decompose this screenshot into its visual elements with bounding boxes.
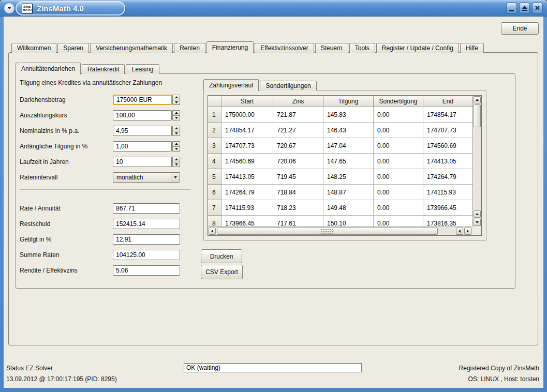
spin-up-button[interactable] bbox=[172, 141, 180, 147]
cell-start[interactable]: 174413.05 bbox=[221, 169, 273, 185]
csv-export-button[interactable]: CSV Export bbox=[201, 265, 243, 279]
combo-arrow-button[interactable] bbox=[171, 173, 180, 182]
spin-down-button[interactable] bbox=[172, 100, 180, 105]
cell-tilgung[interactable]: 147.04 bbox=[323, 138, 374, 154]
close-button[interactable]: ✕ bbox=[532, 3, 543, 13]
darlehensbetrag-input[interactable]: 175000 EUR bbox=[113, 95, 172, 105]
cell-zins[interactable]: 718.23 bbox=[273, 200, 323, 216]
cell-zins[interactable]: 717.61 bbox=[273, 216, 323, 227]
cell-tilgung[interactable]: 149.48 bbox=[323, 200, 374, 216]
rate-annuitaet-field[interactable]: 867.71 bbox=[113, 203, 180, 214]
tab-ratenkredit[interactable]: Ratenkredit bbox=[82, 64, 125, 74]
summe-raten-field[interactable]: 104125.00 bbox=[113, 250, 180, 260]
tab-sondertilgungen[interactable]: Sondertilgungen bbox=[260, 81, 316, 91]
cell-tilgung[interactable]: 145.83 bbox=[323, 107, 374, 123]
laufzeit-input[interactable]: 10 bbox=[113, 157, 172, 167]
row-number[interactable]: 7 bbox=[208, 200, 221, 216]
spin-up-button[interactable] bbox=[172, 95, 180, 100]
cell-zins[interactable]: 720.67 bbox=[273, 138, 323, 154]
cell-tilgung[interactable]: 148.25 bbox=[323, 169, 374, 185]
cell-start[interactable]: 174560.69 bbox=[221, 154, 273, 169]
scroll-up-button[interactable] bbox=[474, 96, 481, 103]
cell-end[interactable]: 174854.17 bbox=[423, 107, 472, 123]
row-number[interactable]: 6 bbox=[208, 185, 221, 200]
cell-tilgung[interactable]: 146.43 bbox=[323, 123, 374, 138]
tab-tools[interactable]: Tools bbox=[349, 43, 375, 53]
tab-renten[interactable]: Renten bbox=[174, 43, 205, 53]
cell-zins[interactable]: 721.27 bbox=[273, 123, 323, 138]
spin-up-button[interactable] bbox=[172, 157, 180, 162]
scroll-left-button-2[interactable] bbox=[456, 228, 463, 235]
ratenintervall-select[interactable]: monatlich bbox=[113, 172, 180, 183]
spin-up-button[interactable] bbox=[172, 126, 180, 131]
anfaengliche-tilgung-input[interactable]: 1,00 bbox=[113, 141, 172, 152]
cell-end[interactable]: 173966.45 bbox=[423, 200, 472, 216]
cell-start[interactable]: 173966.45 bbox=[221, 216, 273, 227]
tab-finanzierung[interactable]: Finanzierung bbox=[206, 41, 254, 53]
header-sondertilgung[interactable]: Sondertilgung bbox=[374, 96, 423, 107]
scroll-right-button[interactable] bbox=[464, 228, 471, 235]
tab-sparen[interactable]: Sparen bbox=[57, 43, 89, 53]
row-number[interactable]: 8 bbox=[208, 216, 221, 227]
cell-end[interactable]: 174264.79 bbox=[423, 169, 472, 185]
tab-versicherungsmathematik[interactable]: Versicherungsmathematik bbox=[90, 43, 173, 53]
minimize-button[interactable] bbox=[506, 3, 517, 13]
cell-sondertilgung[interactable]: 0.00 bbox=[374, 154, 423, 169]
cell-zins[interactable]: 718.84 bbox=[273, 185, 323, 200]
cell-start[interactable]: 174707.73 bbox=[221, 138, 273, 154]
cell-tilgung[interactable]: 147.65 bbox=[323, 154, 374, 169]
cell-end[interactable]: 174413.05 bbox=[423, 154, 472, 169]
cell-sondertilgung[interactable]: 0.00 bbox=[374, 216, 423, 227]
cell-end[interactable]: 174560.69 bbox=[423, 138, 472, 154]
tab-effektivzinssolver[interactable]: Effektivzinssolver bbox=[255, 43, 314, 53]
vertical-scroll-thumb[interactable] bbox=[474, 104, 481, 127]
cell-start[interactable]: 175000.00 bbox=[221, 107, 273, 123]
tab-register-update-config[interactable]: Register / Update / Config bbox=[376, 43, 459, 53]
row-number[interactable]: 3 bbox=[208, 138, 221, 154]
cell-sondertilgung[interactable]: 0.00 bbox=[374, 138, 423, 154]
scroll-left-button[interactable] bbox=[209, 228, 216, 235]
header-zins[interactable]: Zins bbox=[273, 96, 323, 107]
cell-end[interactable]: 173816.35 bbox=[423, 216, 472, 227]
drucken-button[interactable]: Drucken bbox=[201, 249, 242, 263]
cell-start[interactable]: 174115.93 bbox=[221, 200, 273, 216]
tab-leasing[interactable]: Leasing bbox=[126, 64, 159, 74]
getilgt-field[interactable]: 12.91 bbox=[113, 234, 180, 245]
cell-tilgung[interactable]: 150.10 bbox=[323, 216, 374, 227]
row-number[interactable]: 4 bbox=[208, 154, 221, 169]
cell-end[interactable]: 174115.93 bbox=[423, 185, 472, 200]
ende-button[interactable]: Ende bbox=[501, 22, 539, 35]
vertical-scrollbar[interactable] bbox=[472, 96, 481, 227]
row-number[interactable]: 5 bbox=[208, 169, 221, 185]
cell-start[interactable]: 174854.17 bbox=[221, 123, 273, 138]
auszahlungskurs-input[interactable]: 100,00 bbox=[113, 110, 172, 120]
nominalzins-input[interactable]: 4,95 bbox=[113, 126, 172, 136]
scroll-down-button[interactable] bbox=[474, 219, 481, 226]
spin-down-button[interactable] bbox=[172, 116, 180, 121]
spin-down-button[interactable] bbox=[172, 131, 180, 137]
cell-zins[interactable]: 720.06 bbox=[273, 154, 323, 169]
cell-end[interactable]: 174707.73 bbox=[423, 123, 472, 138]
row-number[interactable]: 1 bbox=[208, 107, 221, 123]
window-menu-button[interactable] bbox=[4, 3, 15, 14]
tab-hilfe[interactable]: Hilfe bbox=[460, 43, 484, 53]
spin-up-button[interactable] bbox=[172, 110, 180, 116]
titlebar[interactable]: ZINS MATH ZinsMath 4.0 ✕ bbox=[0, 0, 547, 17]
header-tilgung[interactable]: Tilgung bbox=[323, 96, 374, 107]
restschuld-field[interactable]: 152415.14 bbox=[113, 219, 180, 229]
tab-zahlungsverlauf[interactable]: Zahlungsverlauf bbox=[203, 79, 259, 91]
cell-zins[interactable]: 721.87 bbox=[273, 107, 323, 123]
cell-zins[interactable]: 719.45 bbox=[273, 169, 323, 185]
horizontal-scroll-thumb[interactable] bbox=[217, 228, 438, 235]
tab-steuern[interactable]: Steuern bbox=[315, 43, 348, 53]
horizontal-scrollbar[interactable] bbox=[208, 227, 472, 235]
header-start[interactable]: Start bbox=[221, 96, 273, 107]
spin-down-button[interactable] bbox=[172, 162, 180, 168]
maximize-button[interactable] bbox=[519, 3, 530, 13]
tab-annuitaetendarlehen[interactable]: Annuitätendarlehen bbox=[16, 63, 81, 74]
tab-willkommen[interactable]: Willkommen bbox=[11, 43, 56, 53]
status-output-field[interactable]: OK (waiting) bbox=[184, 363, 362, 372]
cell-sondertilgung[interactable]: 0.00 bbox=[374, 107, 423, 123]
cell-start[interactable]: 174264.79 bbox=[221, 185, 273, 200]
cell-sondertilgung[interactable]: 0.00 bbox=[374, 123, 423, 138]
